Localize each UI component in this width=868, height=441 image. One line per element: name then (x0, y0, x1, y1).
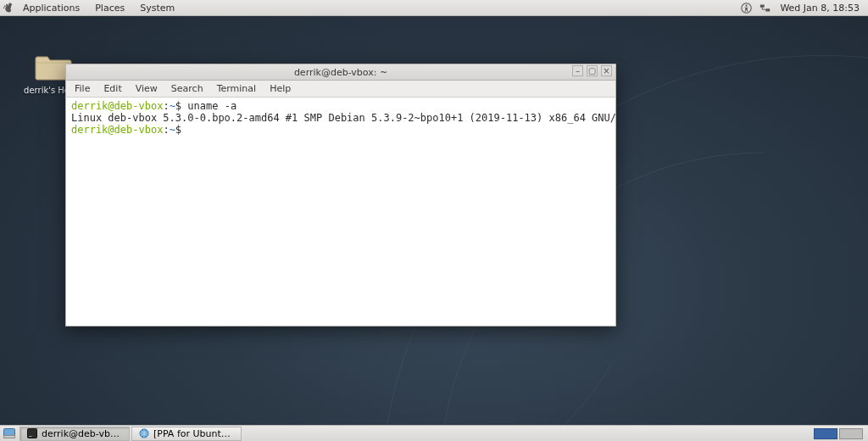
gnome-logo-icon[interactable] (0, 0, 15, 16)
svg-point-3 (3, 7, 3, 8)
menu-edit[interactable]: Edit (97, 81, 128, 98)
window-close-button[interactable]: × (601, 65, 612, 76)
menu-view[interactable]: View (129, 81, 164, 98)
globe-icon (139, 428, 149, 438)
svg-point-2 (3, 5, 5, 7)
menu-terminal[interactable]: Terminal (210, 81, 264, 98)
applications-menu[interactable]: Applications (15, 0, 87, 16)
menu-search[interactable]: Search (164, 81, 210, 98)
system-menu[interactable]: System (132, 0, 182, 16)
svg-point-5 (745, 4, 747, 6)
svg-rect-9 (4, 436, 15, 438)
window-title: derrik@deb-vbox: ~ (294, 67, 387, 78)
prompt-sep: : (163, 124, 169, 136)
prompt-sym: $ (175, 124, 181, 136)
prompt-host: deb-vbox (114, 124, 164, 136)
workspace-1[interactable] (814, 428, 837, 439)
prompt-user: derrik (71, 100, 108, 112)
window-titlebar[interactable]: derrik@deb-vbox: ~ – ▢ × (65, 64, 616, 80)
prompt-host: deb-vbox (114, 100, 164, 112)
bottom-panel: _ derrik@deb-vbox: ~ [PPA for Ubuntu Moz… (0, 425, 868, 441)
svg-text:_: _ (28, 430, 32, 437)
terminal-menubar: File Edit View Search Terminal Help (65, 80, 616, 97)
accessibility-icon[interactable] (739, 1, 753, 14)
window-minimize-button[interactable]: – (572, 65, 583, 76)
prompt-sep: : (163, 100, 169, 112)
svg-rect-6 (760, 4, 765, 7)
top-panel: Applications Places System Wed Jan 8, 18… (0, 0, 868, 16)
prompt-user: derrik (71, 124, 108, 136)
prompt-at: @ (108, 100, 114, 112)
clock[interactable]: Wed Jan 8, 18:53 (776, 3, 863, 14)
task-label: [PPA for Ubuntu Mozill… (153, 427, 234, 441)
workspace-switcher[interactable] (814, 428, 863, 439)
network-icon[interactable] (758, 1, 771, 14)
prompt-path: ~ (170, 124, 175, 136)
menu-help[interactable]: Help (263, 81, 298, 98)
task-label: derrik@deb-vbox: ~ (42, 427, 122, 441)
task-button-browser[interactable]: [PPA for Ubuntu Mozill… (131, 427, 242, 441)
terminal-icon: _ (27, 428, 37, 438)
prompt-sym: $ (175, 100, 181, 112)
terminal-output[interactable]: derrik@deb-vbox:~$ uname -a Linux deb-vb… (65, 97, 616, 327)
terminal-output-line: Linux deb-vbox 5.3.0-0.bpo.2-amd64 #1 SM… (71, 112, 616, 124)
window-maximize-button[interactable]: ▢ (587, 65, 598, 76)
places-menu[interactable]: Places (87, 0, 132, 16)
terminal-command: uname -a (187, 100, 236, 112)
menu-file[interactable]: File (68, 81, 97, 98)
terminal-window: derrik@deb-vbox: ~ – ▢ × File Edit View … (65, 64, 616, 327)
svg-rect-7 (765, 8, 770, 11)
prompt-at: @ (108, 124, 114, 136)
task-button-terminal[interactable]: _ derrik@deb-vbox: ~ (19, 427, 130, 441)
prompt-path: ~ (170, 100, 175, 112)
show-desktop-button[interactable] (2, 427, 17, 441)
workspace-2[interactable] (839, 428, 863, 439)
